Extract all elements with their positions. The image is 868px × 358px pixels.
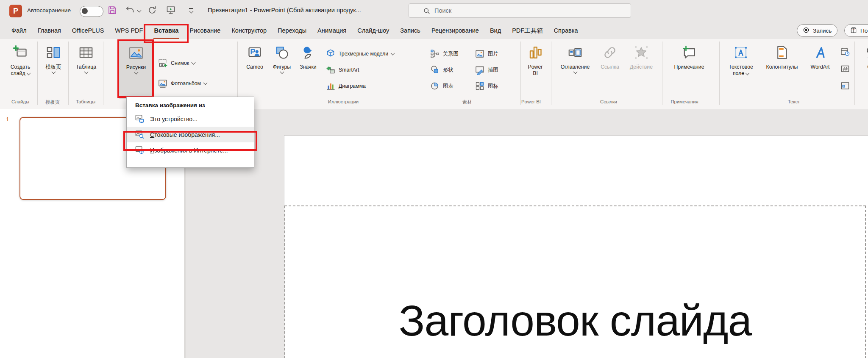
redo-button[interactable]	[147, 6, 158, 17]
chevron-down-icon	[746, 71, 750, 75]
photo-album-button[interactable]: Фотоальбом	[158, 77, 207, 90]
org-chart-icon	[430, 49, 440, 59]
comment-label: Примечание	[674, 64, 704, 70]
comment-button[interactable]: Примечание	[665, 41, 713, 99]
tab-view[interactable]: Вид	[484, 22, 506, 39]
chevron-down-icon	[192, 61, 196, 65]
wordart-button[interactable]: WordArt	[804, 41, 836, 99]
group-divider	[520, 42, 521, 105]
asset-illustration-button[interactable]: 插图	[475, 64, 498, 76]
chevron-down-icon	[280, 70, 284, 74]
template-page-button[interactable]: 模板页	[41, 41, 66, 99]
group-divider	[719, 42, 720, 105]
slide-number-button[interactable]	[840, 63, 850, 75]
text-box-icon	[733, 45, 748, 60]
asset-chart-button[interactable]: 图表	[430, 80, 453, 92]
text-box-button[interactable]: Текстовое поле	[722, 41, 760, 99]
power-bi-icon	[528, 45, 543, 60]
chevron-down-icon	[189, 9, 193, 14]
cameo-button[interactable]: Cameo	[242, 41, 267, 99]
power-bi-button[interactable]: Power BI	[523, 41, 548, 99]
shapes-button[interactable]: Фигуры	[270, 41, 294, 99]
tab-draw[interactable]: Рисование	[184, 22, 226, 39]
tab-help[interactable]: Справка	[548, 22, 584, 39]
action-label: Действие	[630, 64, 653, 70]
tab-transitions[interactable]: Переходы	[272, 22, 312, 39]
chevron-down-icon	[391, 51, 395, 56]
document-title: Презентация1 - PowerPoint (Сбой активаци…	[208, 7, 361, 14]
icons-button[interactable]: Значки	[296, 41, 320, 99]
save-button[interactable]	[107, 6, 118, 17]
group-label-comments: Примечания	[655, 99, 714, 104]
slide-title-text[interactable]: Заголовок слайда	[285, 296, 865, 346]
screenshot-label: Снимок	[171, 60, 189, 66]
shapes-icon	[274, 45, 289, 60]
tab-design[interactable]: Конструктор	[226, 22, 272, 39]
record-button-label: Запись	[813, 28, 832, 34]
asset-chart-label: 图表	[443, 83, 453, 90]
asset-icon-label: 图标	[488, 83, 498, 90]
pie-chart-icon	[430, 81, 440, 91]
asset-picture-button[interactable]: 图片	[475, 47, 498, 60]
slide-number-icon	[840, 64, 850, 74]
undo-button[interactable]	[125, 6, 136, 17]
search-input[interactable]	[423, 7, 605, 14]
screenshot-button[interactable]: Снимок	[158, 57, 195, 69]
record-button[interactable]: Запись	[797, 24, 837, 37]
start-slideshow-button[interactable]	[165, 6, 176, 17]
asset-shape-label: 形状	[443, 67, 453, 74]
power-bi-label1: Power	[528, 64, 543, 70]
icons-label: Значки	[300, 64, 316, 70]
tab-file[interactable]: Файл	[6, 22, 32, 39]
tab-record[interactable]: Запись	[395, 22, 426, 39]
text-box-label2: поле	[733, 70, 744, 77]
menu-item-label: Это устройство...	[150, 116, 198, 122]
chevron-down-icon	[51, 70, 56, 74]
annotation-box-pictures-button	[117, 39, 154, 98]
tab-home[interactable]: Главная	[32, 22, 67, 39]
save-icon	[107, 5, 117, 17]
group-label-text: Текст	[773, 99, 815, 104]
title-placeholder[interactable]: Заголовок слайда	[284, 205, 866, 358]
share-button-cut[interactable]: По	[844, 24, 868, 37]
group-divider	[662, 42, 662, 105]
icon-grid-icon	[475, 81, 485, 91]
tab-officeplus[interactable]: OfficePLUS	[67, 22, 110, 39]
powerpoint-logo-icon[interactable]: P	[9, 5, 22, 17]
asset-illustration-label: 插图	[488, 67, 498, 74]
autosave-label: Автосохранение	[27, 7, 71, 14]
tab-insert[interactable]: Вставка	[148, 22, 184, 39]
tab-pdf-tools[interactable]: PDF工具箱	[506, 22, 548, 39]
asset-shape-button[interactable]: 形状	[430, 64, 453, 76]
slide-number-label: 1	[6, 116, 9, 122]
group-label-template: 模板页	[36, 99, 70, 105]
undo-dropdown-button[interactable]	[136, 6, 142, 17]
relation-chart-button[interactable]: 关系图	[430, 47, 459, 60]
chart-button[interactable]: Диаграмма	[326, 80, 366, 92]
picture-small-icon	[475, 49, 485, 59]
customize-toolbar-button[interactable]	[186, 6, 197, 17]
title-bar: P Автосохранение Презентация1 - PowerPoi…	[0, 0, 868, 22]
new-slide-label2: слайд	[11, 70, 25, 77]
symbol-button-cut[interactable]: Си	[858, 41, 868, 99]
header-footer-button[interactable]: Колонтитулы	[760, 41, 804, 99]
smartart-button[interactable]: SmartArt	[326, 64, 359, 76]
menu-item-this-device[interactable]: Это устройство...	[127, 111, 254, 127]
icons-duck-icon	[300, 45, 316, 60]
autosave-toggle[interactable]	[80, 6, 103, 17]
date-time-button[interactable]	[840, 46, 850, 58]
tab-review[interactable]: Рецензирование	[426, 22, 484, 39]
table-button[interactable]: Таблица	[71, 41, 101, 99]
3d-models-label: Трехмерные модели	[339, 51, 388, 57]
tab-animations[interactable]: Анимация	[312, 22, 352, 39]
annotation-box-insert-tab	[144, 24, 189, 43]
search-box[interactable]	[409, 3, 631, 18]
new-slide-button[interactable]: Создать слайд	[5, 41, 36, 99]
tab-slideshow[interactable]: Слайд-шоу	[352, 22, 395, 39]
tab-wps-pdf[interactable]: WPS PDF	[109, 22, 148, 39]
3d-models-button[interactable]: Трехмерные модели	[326, 47, 394, 60]
object-button[interactable]	[840, 80, 850, 92]
toc-button[interactable]: Оглавление	[555, 41, 595, 99]
asset-icon-button[interactable]: 图标	[475, 80, 498, 92]
group-label-powerbi: Power BI	[510, 99, 552, 104]
